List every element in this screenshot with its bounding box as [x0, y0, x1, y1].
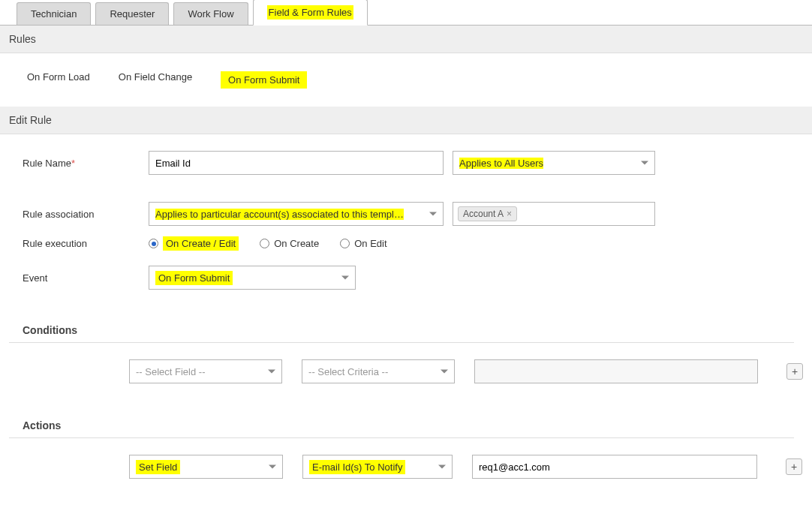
subtab-label: On Form Submit: [221, 71, 307, 89]
subtab-on-field-change[interactable]: On Field Change: [116, 70, 195, 90]
condition-value-input[interactable]: [474, 359, 758, 383]
chevron-down-icon: [268, 370, 275, 374]
tag-label: Account A: [463, 209, 504, 219]
radio-icon: [340, 239, 350, 248]
plus-icon: +: [791, 461, 797, 473]
edit-rule-form: Rule Name* Applies to All Users Rule ass…: [0, 151, 812, 479]
rule-name-input[interactable]: [149, 151, 444, 175]
subtab-label: On Form Load: [27, 71, 90, 83]
radio-on-create-edit[interactable]: On Create / Edit: [149, 236, 239, 251]
tab-label: Requester: [110, 8, 155, 20]
tab-label: Work Flow: [188, 8, 233, 20]
label-text: Rule Name: [23, 158, 71, 169]
account-tag: Account A ×: [458, 206, 517, 221]
subtab-label: On Field Change: [119, 71, 192, 83]
chevron-down-icon: [438, 465, 446, 469]
add-action-button[interactable]: +: [786, 458, 802, 475]
condition-field-select[interactable]: -- Select Field --: [129, 359, 282, 383]
label-text: Event: [23, 272, 47, 284]
tab-field-form-rules[interactable]: Field & Form Rules: [253, 0, 368, 26]
actions-header: Actions: [9, 406, 794, 438]
top-tabs: Technician Requester Work Flow Field & F…: [0, 0, 812, 26]
tab-requester[interactable]: Requester: [95, 2, 169, 25]
row-event: Event On Form Submit: [23, 266, 803, 290]
subtab-on-form-load[interactable]: On Form Load: [24, 70, 93, 90]
chevron-down-icon: [641, 161, 648, 165]
rule-association-select[interactable]: Applies to particular account(s) associa…: [149, 202, 444, 226]
section-title: Conditions: [23, 324, 77, 336]
controls: Applies to All Users: [149, 151, 803, 175]
rules-section-bar: Rules: [0, 26, 812, 53]
section-title: Rules: [9, 33, 36, 45]
select-placeholder: -- Select Field --: [136, 366, 205, 377]
radio-label: On Create: [274, 238, 319, 249]
radio-on-edit[interactable]: On Edit: [340, 238, 386, 249]
action-field-select[interactable]: E-mail Id(s) To Notify: [302, 455, 453, 479]
radio-icon: [149, 239, 158, 248]
subtab-on-form-submit[interactable]: On Form Submit: [218, 70, 310, 90]
action-value-input[interactable]: [472, 455, 757, 479]
conditions-header: Conditions: [9, 311, 794, 343]
chevron-down-icon: [341, 276, 349, 280]
tab-label: Technician: [31, 8, 77, 20]
rules-subtabs: On Form Load On Field Change On Form Sub…: [0, 53, 812, 107]
plus-icon: +: [792, 365, 798, 377]
radio-on-create[interactable]: On Create: [260, 238, 319, 249]
chevron-down-icon: [429, 212, 437, 216]
applies-to-select[interactable]: Applies to All Users: [453, 151, 655, 175]
actions-row: Set Field E-mail Id(s) To Notify +: [129, 455, 803, 479]
event-select[interactable]: On Form Submit: [149, 266, 356, 290]
radio-label: On Create / Edit: [163, 236, 239, 251]
select-value: Applies to particular account(s) associa…: [155, 209, 404, 220]
select-value: E-mail Id(s) To Notify: [309, 460, 405, 474]
label-text: Rule execution: [23, 238, 87, 249]
radio-icon: [260, 239, 269, 248]
controls: Applies to particular account(s) associa…: [149, 202, 803, 226]
tab-technician[interactable]: Technician: [17, 2, 91, 25]
label-rule-association: Rule association: [23, 209, 149, 220]
chevron-down-icon: [269, 465, 276, 469]
tab-workflow[interactable]: Work Flow: [173, 2, 248, 25]
row-rule-name: Rule Name* Applies to All Users: [23, 151, 803, 175]
rule-execution-radios: On Create / Edit On Create On Edit: [149, 236, 803, 251]
section-title: Edit Rule: [9, 114, 52, 126]
condition-criteria-select[interactable]: -- Select Criteria --: [302, 359, 455, 383]
remove-tag-icon[interactable]: ×: [507, 209, 512, 219]
select-value: On Form Submit: [155, 271, 233, 285]
chevron-down-icon: [441, 370, 448, 374]
radio-label: On Edit: [354, 238, 386, 249]
label-text: Rule association: [23, 209, 94, 220]
select-placeholder: -- Select Criteria --: [308, 366, 388, 377]
add-condition-button[interactable]: +: [786, 363, 803, 380]
label-event: Event: [23, 272, 149, 284]
select-value: Set Field: [136, 460, 180, 474]
tab-label: Field & Form Rules: [267, 5, 353, 20]
account-tagbox[interactable]: Account A ×: [453, 202, 655, 226]
label-rule-name: Rule Name*: [23, 158, 149, 169]
action-type-select[interactable]: Set Field: [129, 455, 283, 479]
section-title: Actions: [23, 419, 61, 431]
edit-rule-section-bar: Edit Rule: [0, 107, 812, 134]
required-asterisk: *: [71, 158, 75, 169]
label-rule-execution: Rule execution: [23, 238, 149, 249]
row-rule-execution: Rule execution On Create / Edit On Creat…: [23, 236, 803, 251]
select-value: Applies to All Users: [459, 158, 543, 169]
row-rule-association: Rule association Applies to particular a…: [23, 202, 803, 226]
conditions-row: -- Select Field -- -- Select Criteria --…: [129, 359, 803, 383]
controls: On Form Submit: [149, 266, 803, 290]
